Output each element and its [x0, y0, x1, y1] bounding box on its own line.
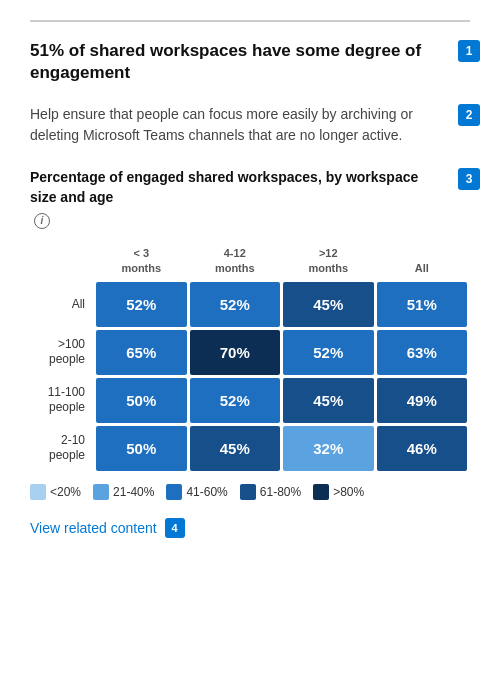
chart-table-wrapper: < 3months 4-12months >12months All All 5…	[30, 239, 470, 474]
cell-all-gt12: 45%	[283, 282, 374, 327]
legend-item-lt20: <20%	[30, 484, 81, 500]
chart-title-text: Percentage of engaged shared workspaces,…	[30, 168, 440, 207]
badge-1: 1	[458, 40, 480, 62]
cell-all-all: 51%	[377, 282, 468, 327]
col-header-2: 4-12months	[190, 242, 281, 279]
chart-title: Percentage of engaged shared workspaces,…	[30, 168, 470, 229]
section-1: 51% of shared workspaces have some degre…	[30, 40, 470, 84]
legend-label-21-40: 21-40%	[113, 485, 154, 499]
main-container: 51% of shared workspaces have some degre…	[0, 0, 500, 558]
table-row: All 52% 52% 45% 51%	[33, 282, 467, 327]
cell-all-4-12: 52%	[190, 282, 281, 327]
legend-row: <20% 21-40% 41-60% 61-80% >80%	[30, 484, 470, 500]
badge-2: 2	[458, 104, 480, 126]
badge-3: 3	[458, 168, 480, 190]
view-related-section: View related content 4	[30, 518, 470, 538]
cell-2-10-all: 46%	[377, 426, 468, 471]
row-label-11-100: 11-100people	[33, 378, 93, 423]
badge-4: 4	[165, 518, 185, 538]
legend-label-41-60: 41-60%	[186, 485, 227, 499]
top-divider	[30, 20, 470, 22]
description-text: Help ensure that people can focus more e…	[30, 104, 470, 146]
legend-label-61-80: 61-80%	[260, 485, 301, 499]
cell-2-10-gt12: 32%	[283, 426, 374, 471]
cell-100plus-all: 63%	[377, 330, 468, 375]
cell-11-100-all: 49%	[377, 378, 468, 423]
cell-2-10-lt3: 50%	[96, 426, 187, 471]
section-2: Help ensure that people can focus more e…	[30, 104, 470, 146]
cell-100plus-gt12: 52%	[283, 330, 374, 375]
legend-label-lt20: <20%	[50, 485, 81, 499]
cell-11-100-lt3: 50%	[96, 378, 187, 423]
legend-item-61-80: 61-80%	[240, 484, 301, 500]
cell-11-100-gt12: 45%	[283, 378, 374, 423]
info-icon[interactable]: i	[34, 213, 50, 229]
col-header-4: All	[377, 242, 468, 279]
cell-2-10-4-12: 45%	[190, 426, 281, 471]
table-row: >100people 65% 70% 52% 63%	[33, 330, 467, 375]
legend-item-gt80: >80%	[313, 484, 364, 500]
row-label-100plus: >100people	[33, 330, 93, 375]
legend-item-21-40: 21-40%	[93, 484, 154, 500]
main-title: 51% of shared workspaces have some degre…	[30, 40, 470, 84]
legend-swatch-61-80	[240, 484, 256, 500]
cell-11-100-4-12: 52%	[190, 378, 281, 423]
col-header-1: < 3months	[96, 242, 187, 279]
legend-swatch-41-60	[166, 484, 182, 500]
legend-label-gt80: >80%	[333, 485, 364, 499]
view-related-link[interactable]: View related content	[30, 520, 157, 536]
legend-swatch-21-40	[93, 484, 109, 500]
cell-100plus-4-12: 70%	[190, 330, 281, 375]
table-row: 2-10people 50% 45% 32% 46%	[33, 426, 467, 471]
row-label-2-10: 2-10people	[33, 426, 93, 471]
table-row: 11-100people 50% 52% 45% 49%	[33, 378, 467, 423]
legend-swatch-lt20	[30, 484, 46, 500]
col-header-3: >12months	[283, 242, 374, 279]
cell-all-lt3: 52%	[96, 282, 187, 327]
cell-100plus-lt3: 65%	[96, 330, 187, 375]
legend-swatch-gt80	[313, 484, 329, 500]
data-table: < 3months 4-12months >12months All All 5…	[30, 239, 470, 474]
row-label-all: All	[33, 282, 93, 327]
section-3: Percentage of engaged shared workspaces,…	[30, 168, 470, 500]
legend-item-41-60: 41-60%	[166, 484, 227, 500]
